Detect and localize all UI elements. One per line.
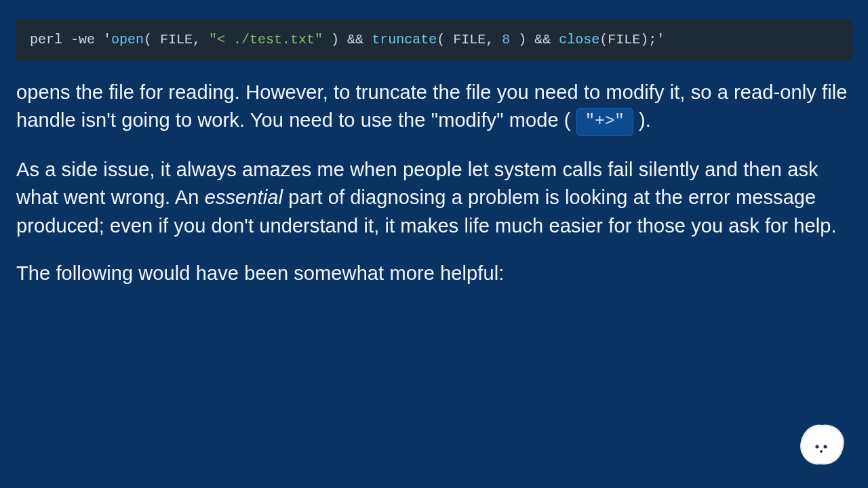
assistant-avatar[interactable]: [799, 423, 845, 466]
svg-point-1: [823, 445, 827, 448]
paragraph-1: opens the file for reading. However, to …: [16, 79, 852, 136]
code-token-fn: close: [559, 32, 599, 47]
code-token: ) &&: [510, 32, 559, 47]
code-token: ( FILE,: [144, 32, 209, 47]
code-token: ) &&: [323, 32, 372, 47]
paragraph-3: The following would have been somewhat m…: [16, 260, 852, 287]
code-token-string: "< ./test.txt": [209, 32, 323, 47]
svg-point-2: [820, 450, 823, 453]
emphasis: essential: [205, 186, 283, 208]
svg-point-0: [815, 445, 818, 448]
code-token: ': [656, 32, 665, 47]
text: opens the file for reading. However, to …: [16, 81, 847, 131]
code-token: ': [103, 32, 111, 47]
code-block[interactable]: perl -we 'open( FILE, "< ./test.txt" ) &…: [16, 19, 852, 61]
code-token-num: 8: [502, 32, 510, 47]
paragraph-2: As a side issue, it always amazes me whe…: [16, 156, 852, 240]
code-token: perl -we: [30, 32, 103, 47]
code-token-fn: truncate: [372, 32, 437, 47]
code-token: (FILE);: [599, 32, 656, 47]
code-token-fn: open: [111, 32, 144, 47]
inline-code: "+>": [576, 108, 633, 136]
text: ).: [633, 109, 651, 131]
code-token: ( FILE,: [437, 32, 502, 47]
article-body: perl -we 'open( FILE, "< ./test.txt" ) &…: [0, 19, 868, 287]
